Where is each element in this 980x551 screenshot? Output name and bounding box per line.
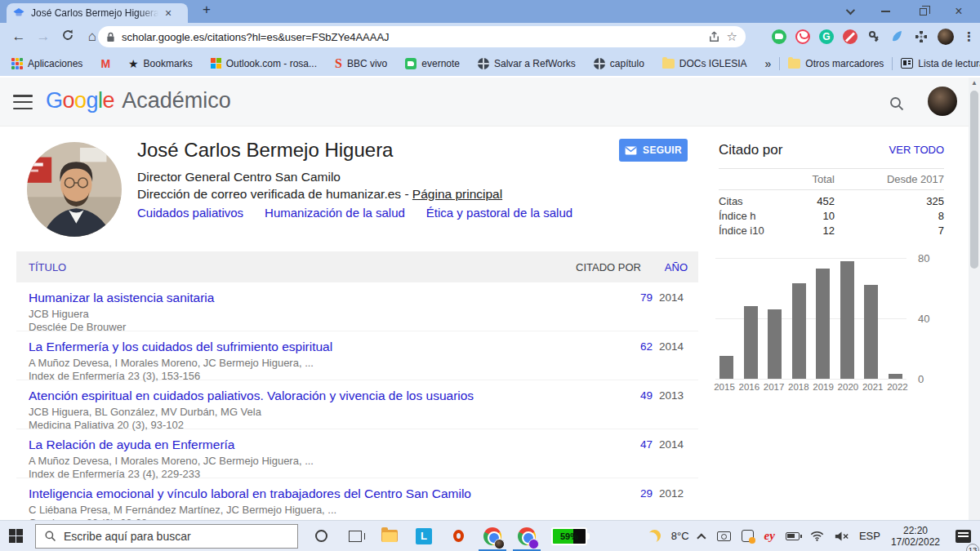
bookmark-star-icon[interactable]: ☆	[727, 29, 737, 44]
bookmark-aplicaciones[interactable]: Aplicaciones	[11, 58, 82, 69]
interest-link[interactable]: Ética y pastoral de la salud	[426, 206, 572, 220]
profile-photo[interactable]	[27, 142, 122, 237]
publication-title-link[interactable]: La Relación de ayuda en Enfermería	[29, 438, 592, 452]
bookmark-evernote[interactable]: evernote	[405, 58, 460, 69]
metric-label[interactable]: Citas	[719, 195, 776, 207]
chart-bar-2015[interactable]	[719, 356, 733, 379]
new-tab-button[interactable]: +	[203, 2, 211, 18]
password-key-extension-icon[interactable]	[866, 29, 881, 44]
feather-extension-icon[interactable]	[890, 29, 905, 44]
bbc-s-icon: S	[335, 56, 342, 71]
weather-moon-icon[interactable]	[648, 530, 661, 542]
page-scrollbar[interactable]: ▲	[969, 78, 980, 520]
chart-bar-2017[interactable]	[768, 309, 782, 379]
reload-button[interactable]	[56, 29, 80, 46]
cast-icon[interactable]	[717, 531, 731, 541]
browser-menu-icon[interactable]: ⋮	[963, 29, 975, 44]
tab-close-icon[interactable]: ×	[165, 7, 172, 19]
bookmark-gmail[interactable]: M	[100, 57, 110, 70]
file-explorer-button[interactable]	[378, 521, 401, 551]
browser-tab[interactable]: José Carlos Bermejo Higuera - Go ×	[7, 3, 188, 23]
metric-label[interactable]: Índice h	[719, 210, 776, 222]
bookmarks-bar: Aplicaciones M ★ Bookmarks Outlook.com -…	[0, 51, 980, 76]
scroll-up-arrow[interactable]: ▲	[969, 78, 980, 89]
folder-icon	[788, 59, 800, 69]
view-all-link[interactable]: VER TODO	[889, 144, 944, 156]
bookmark-capitulo[interactable]: capítulo	[594, 58, 644, 69]
address-bar[interactable]: scholar.google.es/citations?hl=es&user=F…	[98, 26, 746, 47]
chart-bar-2018[interactable]	[792, 283, 806, 379]
battery-percentage-widget[interactable]: 59%	[551, 527, 587, 545]
metric-label[interactable]: Índice i10	[719, 224, 776, 237]
taskbar-search-box[interactable]: Escribe aquí para buscar	[35, 524, 298, 549]
ey-app-icon[interactable]: ey	[764, 529, 775, 543]
homepage-link[interactable]: Página principal	[412, 187, 502, 201]
window-close-button[interactable]: ×	[942, 0, 975, 23]
publication-title-link[interactable]: Atención espiritual en cuidados paliativ…	[29, 389, 592, 403]
window-minimize-button[interactable]	[869, 0, 902, 23]
extensions-puzzle-icon[interactable]	[914, 29, 929, 44]
chart-bar-2021[interactable]	[864, 285, 878, 379]
chart-bar-2019[interactable]	[816, 269, 830, 379]
interest-link[interactable]: Humanización de la salud	[265, 206, 405, 220]
column-title[interactable]: TÍTULO	[29, 261, 66, 273]
back-button[interactable]: ←	[7, 29, 31, 45]
clock[interactable]: 22:20 17/02/2022	[891, 525, 940, 548]
bookmark-refworks[interactable]: Salvar a RefWorks	[478, 58, 576, 69]
start-button[interactable]	[9, 529, 23, 543]
menu-hamburger-button[interactable]	[13, 95, 33, 109]
bookmark-bookmarks[interactable]: ★ Bookmarks	[128, 57, 193, 70]
bookmarks-overflow-button[interactable]: »	[765, 57, 772, 70]
bookmark-bbc-vivo[interactable]: S BBC vivo	[335, 56, 387, 71]
col-total: Total	[776, 173, 835, 185]
battery-icon[interactable]	[786, 532, 800, 540]
reading-list-button[interactable]: Lista de lectura	[901, 58, 980, 69]
chrome-profile2-button[interactable]	[515, 521, 538, 551]
column-year[interactable]: AÑO	[665, 261, 688, 273]
cortana-button[interactable]	[310, 521, 332, 551]
share-icon[interactable]	[708, 31, 720, 43]
l-app-button[interactable]: L	[412, 521, 435, 551]
tab-search-button[interactable]	[833, 0, 866, 23]
volume-muted-icon[interactable]	[835, 531, 849, 542]
scrollbar-thumb[interactable]	[970, 91, 978, 269]
notification-center-button[interactable]: 13	[952, 521, 973, 551]
cited-by-count-link[interactable]: 79	[604, 291, 653, 304]
url-text[interactable]: scholar.google.es/citations?hl=es&user=F…	[122, 31, 702, 43]
cited-by-count-link[interactable]: 62	[604, 340, 653, 353]
window-restore-button[interactable]	[906, 0, 939, 23]
tray-expand-icon[interactable]	[697, 533, 706, 542]
browser-profile-avatar[interactable]	[938, 29, 954, 45]
scholar-logo[interactable]: Google Académico	[46, 88, 231, 113]
pocket-extension-icon[interactable]	[795, 29, 810, 44]
chrome-profile1-button[interactable]	[481, 521, 504, 551]
chart-bar-2020[interactable]	[840, 261, 854, 379]
language-indicator[interactable]: ESP	[859, 530, 880, 542]
publication-title-link[interactable]: La Enfermería y los cuidados del sufrimi…	[29, 340, 592, 354]
profile-email-line: Dirección de correo verificada de humani…	[137, 187, 502, 202]
bookmark-docs-iglesia[interactable]: DOCs IGLESIA	[662, 58, 747, 69]
publication-title-link[interactable]: Humanizar la asistencia sanitaria	[29, 291, 592, 305]
temperature-label[interactable]: 8°C	[671, 530, 689, 542]
scholar-account-avatar[interactable]	[928, 87, 957, 116]
cited-by-count-link[interactable]: 29	[604, 487, 653, 500]
task-view-button[interactable]	[344, 521, 367, 551]
evernote-extension-icon[interactable]	[772, 29, 786, 44]
wifi-icon[interactable]	[810, 531, 824, 541]
cited-by-count-link[interactable]: 49	[604, 389, 653, 402]
office-button[interactable]	[447, 521, 470, 551]
column-cited-by[interactable]: CITADO POR	[576, 261, 641, 273]
publication-title-link[interactable]: Inteligencia emocional y vínculo laboral…	[29, 487, 592, 501]
scholar-search-button[interactable]	[889, 96, 905, 115]
bookmark-outlook[interactable]: Outlook.com - rosa...	[211, 58, 317, 69]
cited-by-count-link[interactable]: 47	[604, 438, 653, 451]
other-bookmarks-button[interactable]: Otros marcadores	[788, 58, 884, 69]
grammarly-extension-icon[interactable]: G	[819, 29, 834, 44]
chart-bar-2016[interactable]	[744, 306, 758, 379]
adblock-extension-icon[interactable]	[843, 29, 858, 44]
chart-bar-2022[interactable]	[889, 374, 902, 379]
follow-button[interactable]: SEGUIR	[619, 139, 688, 162]
interest-link[interactable]: Cuidados paliativos	[137, 206, 243, 220]
photos-icon[interactable]	[742, 530, 754, 542]
forward-button[interactable]: →	[31, 29, 56, 45]
